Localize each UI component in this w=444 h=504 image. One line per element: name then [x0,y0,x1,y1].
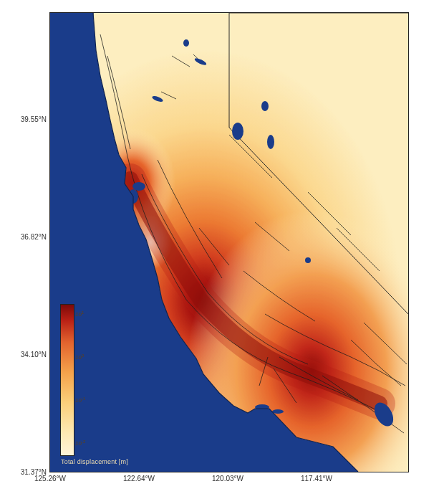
colorbar [61,305,74,455]
y-tick-label: 36.82°N [4,233,47,241]
y-tick-label: 34.10°N [4,351,47,358]
x-tick-label: 120.03°W [212,475,243,482]
map-plot-area: QUAKE IM [50,13,408,472]
map-figure: QUAKE IM 39.55°N 36.82°N 34.10°N 31.37°N… [0,0,444,504]
map-svg [50,13,408,472]
x-tick-label: 122.64°W [123,475,155,482]
colorbar-tick: 10-1 [75,396,85,404]
colorbar-tick: 10-2 [75,439,85,447]
svg-point-11 [305,257,311,263]
x-tick-label: 117.41°W [301,475,332,482]
svg-point-0 [232,123,243,140]
x-tick-label: 125.26°W [34,475,66,482]
svg-point-2 [267,135,274,149]
svg-point-10 [231,409,241,414]
colorbar-title: Total displacement [m] [61,458,128,465]
svg-point-1 [261,101,269,111]
colorbar-tick: 101 [75,310,84,318]
svg-point-3 [183,39,189,47]
svg-point-8 [255,404,269,410]
svg-point-5 [132,182,145,191]
y-tick-label: 39.55°N [4,115,47,123]
colorbar-tick: 100 [75,353,84,361]
